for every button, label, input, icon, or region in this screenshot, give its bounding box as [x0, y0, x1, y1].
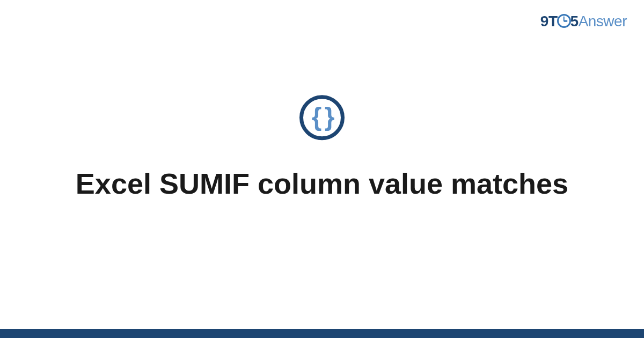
main-content: { } Excel SUMIF column value matches	[0, 95, 644, 202]
code-braces-icon: { }	[312, 104, 333, 130]
logo-text-answer: Answer	[579, 13, 627, 30]
topic-icon-circle: { }	[299, 95, 345, 140]
page-title: Excel SUMIF column value matches	[32, 166, 612, 202]
logo-text-9t: 9T	[540, 13, 558, 30]
logo-text-5: 5	[570, 13, 579, 30]
site-logo: 9T5Answer	[540, 13, 627, 30]
footer-bar	[0, 329, 644, 338]
clock-icon	[557, 14, 571, 28]
